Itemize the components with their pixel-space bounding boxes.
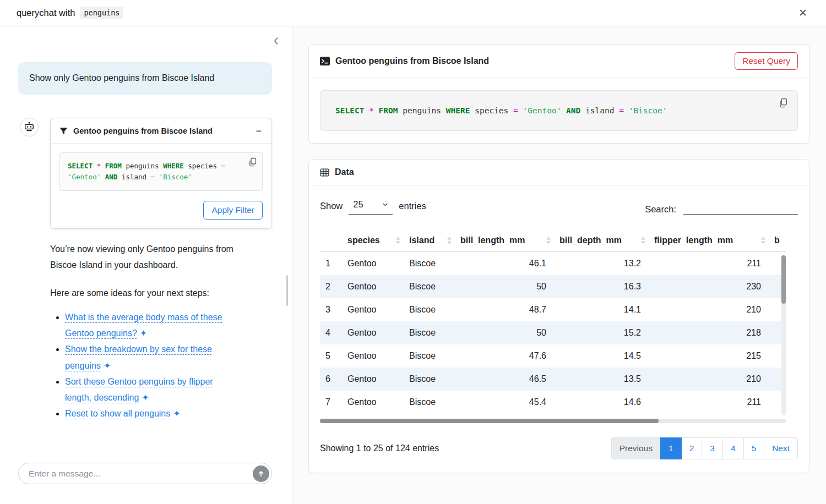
reset-query-button[interactable]: Reset Query <box>735 52 798 70</box>
page-button-3[interactable]: 3 <box>702 437 723 459</box>
column-header-bill_depth_mm[interactable]: bill_depth_mm <box>554 229 649 252</box>
data-card-body: Show 25 entries Search: speciesis <box>309 185 809 473</box>
column-label: b <box>774 235 780 245</box>
table-row[interactable]: 1GentooBiscoe46.113.2211 <box>320 252 786 276</box>
column-header-flipper_length_mm[interactable]: flipper_length_mm <box>649 229 769 252</box>
chat-sidebar: Show only Gentoo penguins from Biscoe Is… <box>0 26 292 504</box>
column-header-index <box>320 229 342 252</box>
page-button-next[interactable]: Next <box>764 437 798 459</box>
page-button-2[interactable]: 2 <box>681 437 703 459</box>
column-header-island[interactable]: island <box>404 229 455 252</box>
cell: 16.3 <box>554 275 649 298</box>
cell: Gentoo <box>342 344 404 368</box>
dataset-badge: penguins <box>80 7 123 19</box>
send-button[interactable] <box>253 465 269 482</box>
cell: 230 <box>649 275 769 298</box>
horizontal-scrollbar-thumb[interactable] <box>320 419 659 423</box>
collapse-filter-card-button[interactable]: − <box>254 126 263 136</box>
cell: Biscoe <box>404 252 455 276</box>
chat-history: Show only Gentoo penguins from Biscoe Is… <box>0 26 292 463</box>
cell: 13.2 <box>554 252 649 276</box>
column-label: species <box>347 235 380 245</box>
row-index: 7 <box>320 391 342 414</box>
cell: Gentoo <box>342 252 404 276</box>
table-row[interactable]: 6GentooBiscoe46.513.5210 <box>320 368 786 391</box>
table-row[interactable]: 2GentooBiscoe5016.3230 <box>320 275 786 298</box>
query-card-header: Gentoo penguins from Biscoe Island Reset… <box>309 45 809 78</box>
sort-icon <box>641 237 645 244</box>
chevron-down-icon <box>382 201 388 207</box>
copy-icon[interactable] <box>247 156 258 170</box>
cell: 215 <box>649 344 769 368</box>
sidebar-collapse-button[interactable] <box>269 34 283 50</box>
vertical-scrollbar-thumb[interactable] <box>781 255 786 304</box>
cell: 210 <box>649 298 769 321</box>
copy-icon[interactable] <box>778 97 789 111</box>
suggestion-link[interactable]: Show the breakdown by sex for these peng… <box>65 344 212 370</box>
suggestion-list: What is the average body mass of these G… <box>50 309 256 421</box>
table-scroll-area: speciesislandbill_length_mmbill_depth_mm… <box>320 229 786 425</box>
cell: Gentoo <box>342 368 404 391</box>
table-row[interactable]: 7GentooBiscoe45.414.6211 <box>320 391 786 414</box>
suggestion-link[interactable]: Sort these Gentoo penguins by flipper le… <box>65 377 213 402</box>
close-button[interactable]: ✕ <box>796 6 809 20</box>
row-index: 2 <box>320 275 342 298</box>
table-search-input[interactable] <box>683 200 798 215</box>
arrow-up-icon <box>257 470 265 478</box>
row-index: 3 <box>320 298 342 321</box>
apply-filter-button[interactable]: Apply Filter <box>203 201 263 220</box>
row-index: 6 <box>320 368 342 391</box>
table-row[interactable]: 3GentooBiscoe48.714.1210 <box>320 298 786 321</box>
cell: Biscoe <box>404 275 455 298</box>
row-index: 4 <box>320 321 342 344</box>
row-index: 5 <box>320 344 342 368</box>
assistant-paragraph: You’re now viewing only Gentoo penguins … <box>50 242 256 273</box>
sql-code-block-main: SELECT * FROM penguins WHERE species = '… <box>320 90 798 131</box>
pagination: Previous12345Next <box>611 437 798 459</box>
query-card-title: Gentoo penguins from Biscoe Island <box>335 56 489 66</box>
suggestion-item: What is the average body mass of these G… <box>65 309 237 341</box>
clipboard-icon <box>248 157 257 167</box>
filter-suggestion-card: Gentoo penguins from Biscoe Island − SEL… <box>50 118 272 229</box>
chat-input[interactable] <box>18 463 272 484</box>
sidebar-resize-handle[interactable] <box>286 275 288 306</box>
page-length-control: Show 25 entries <box>320 198 426 215</box>
filter-funnel-icon <box>59 127 68 135</box>
assistant-text-block: You’re now viewing only Gentoo penguins … <box>50 242 272 421</box>
suggestion-link[interactable]: Reset to show all penguins <box>65 409 170 418</box>
page-button-previous[interactable]: Previous <box>611 437 661 459</box>
cell: 14.6 <box>554 391 649 414</box>
suggestion-item: Show the breakdown by sex for these peng… <box>65 341 237 373</box>
show-label: Show <box>320 201 343 211</box>
cell: Biscoe <box>404 391 455 414</box>
cell: 47.6 <box>455 344 554 368</box>
page-length-select[interactable]: 25 <box>349 198 393 215</box>
table-footer: Showing 1 to 25 of 124 entries Previous1… <box>320 437 798 459</box>
column-header-bill_length_mm[interactable]: bill_length_mm <box>455 229 554 252</box>
page-button-1[interactable]: 1 <box>660 437 682 459</box>
table-controls: Show 25 entries Search: <box>320 198 798 215</box>
table-icon <box>320 168 329 177</box>
horizontal-scrollbar <box>320 419 786 423</box>
app-layout: Show only Gentoo penguins from Biscoe Is… <box>0 26 826 504</box>
table-row[interactable]: 4GentooBiscoe5015.2218 <box>320 321 786 344</box>
assistant-message-row: Gentoo penguins from Biscoe Island − SEL… <box>20 118 272 229</box>
cell: 218 <box>649 321 769 344</box>
page-button-4[interactable]: 4 <box>722 437 744 459</box>
table-row[interactable]: 5GentooBiscoe47.614.5215 <box>320 344 786 368</box>
cell: 45.4 <box>455 391 554 414</box>
page-button-5[interactable]: 5 <box>743 437 765 459</box>
cell: 50 <box>455 275 554 298</box>
search-label: Search: <box>645 204 676 215</box>
column-label: island <box>409 235 434 245</box>
robot-icon <box>24 122 35 133</box>
topbar: querychat with penguins ✕ <box>0 0 826 26</box>
cell: Gentoo <box>342 298 404 321</box>
filter-card-header: Gentoo penguins from Biscoe Island − <box>51 118 271 144</box>
column-header-species[interactable]: species <box>342 229 404 252</box>
cell: 13.5 <box>554 368 649 391</box>
app-title-text: querychat with <box>17 8 75 18</box>
row-index: 1 <box>320 252 342 276</box>
dashboard-main: Gentoo penguins from Biscoe Island Reset… <box>292 26 826 504</box>
suggestion-item: Reset to show all penguins✦ <box>65 406 237 421</box>
